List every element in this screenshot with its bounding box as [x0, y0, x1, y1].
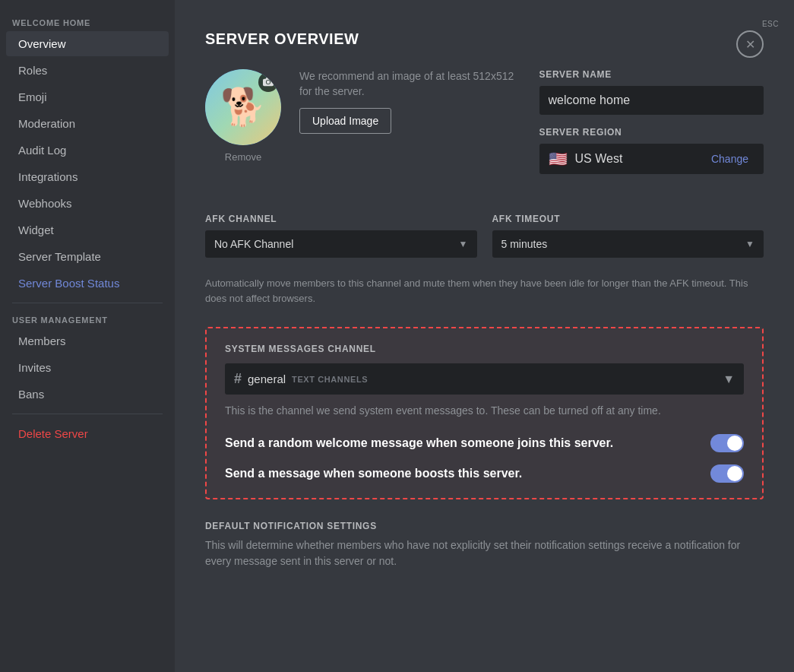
afk-channel-chevron-icon: ▼ [459, 239, 468, 249]
main-content: ✕ ESC SERVER OVERVIEW 🐕 Remove We recomm… [175, 0, 794, 672]
sidebar-item-moderation[interactable]: Moderation [6, 111, 169, 136]
sidebar-item-overview[interactable]: Overview [6, 31, 169, 56]
afk-timeout-value: 5 minutes [501, 238, 548, 250]
icon-description-text: We recommend an image of at least 512x51… [299, 69, 524, 99]
afk-timeout-label: AFK TIMEOUT [492, 214, 764, 224]
camera-icon [263, 77, 274, 87]
region-name: US West [575, 152, 623, 166]
afk-description: Automatically move members to this chann… [205, 276, 764, 306]
server-name-label: SERVER NAME [539, 69, 764, 80]
sidebar-item-server-template[interactable]: Server Template [6, 244, 169, 269]
sidebar-item-delete-server[interactable]: Delete Server [6, 421, 169, 446]
change-region-button[interactable]: Change [705, 150, 754, 168]
sidebar-item-integrations[interactable]: Integrations [6, 164, 169, 189]
remove-image-link[interactable]: Remove [225, 151, 261, 163]
sidebar-section-welcome: WELCOME HOME [0, 12, 175, 30]
afk-timeout-group: AFK TIMEOUT 5 minutes ▼ [492, 214, 764, 258]
upload-overlay-icon[interactable] [258, 72, 278, 92]
sidebar-item-widget[interactable]: Widget [6, 217, 169, 242]
sidebar-item-members[interactable]: Members [6, 328, 169, 353]
hash-icon: # [234, 371, 242, 387]
sidebar-item-bans[interactable]: Bans [6, 382, 169, 407]
system-messages-description: This is the channel we send system event… [225, 404, 744, 419]
server-icon[interactable]: 🐕 [205, 69, 281, 145]
server-region-label: SERVER REGION [539, 127, 764, 138]
sidebar-item-roles[interactable]: Roles [6, 58, 169, 83]
default-notification-description: This will determine whether members who … [205, 537, 764, 569]
server-name-input[interactable] [539, 86, 764, 115]
sidebar-item-webhooks[interactable]: Webhooks [6, 191, 169, 216]
default-notification-label: DEFAULT NOTIFICATION SETTINGS [205, 521, 764, 531]
default-notification-section: DEFAULT NOTIFICATION SETTINGS This will … [205, 521, 764, 569]
sidebar-section-user-mgmt: USER MANAGEMENT [0, 309, 175, 328]
toggle-boost[interactable] [710, 464, 744, 483]
upload-image-button[interactable]: Upload Image [299, 108, 391, 134]
icon-description: We recommend an image of at least 512x51… [299, 69, 524, 134]
afk-section: AFK CHANNEL No AFK Channel ▼ AFK TIMEOUT… [205, 214, 764, 258]
toggle-welcome[interactable] [710, 434, 744, 452]
sidebar-item-audit-log[interactable]: Audit Log [6, 138, 169, 163]
toggle-welcome-label: Send a random welcome message when someo… [225, 436, 710, 450]
toggle-welcome-row: Send a random welcome message when someo… [225, 434, 744, 452]
sidebar-item-emoji[interactable]: Emoji [6, 84, 169, 109]
server-region-select[interactable]: 🇺🇸 US West Change [539, 144, 764, 174]
channel-type-badge: TEXT CHANNELS [292, 375, 368, 384]
sidebar: WELCOME HOME Overview Roles Emoji Modera… [0, 0, 175, 672]
system-channel-select[interactable]: # general TEXT CHANNELS ▼ [225, 363, 744, 395]
channel-select-chevron-icon: ▼ [723, 372, 735, 386]
sidebar-divider [12, 303, 163, 303]
afk-channel-label: AFK CHANNEL [205, 214, 477, 224]
afk-channel-group: AFK CHANNEL No AFK Channel ▼ [205, 214, 477, 258]
toggle-boost-row: Send a message when someone boosts this … [225, 464, 744, 483]
us-flag-icon: 🇺🇸 [549, 150, 568, 168]
sidebar-item-server-boost-status[interactable]: Server Boost Status [6, 271, 169, 296]
afk-channel-value: No AFK Channel [214, 238, 293, 250]
afk-timeout-select[interactable]: 5 minutes ▼ [492, 230, 764, 258]
sidebar-item-invites[interactable]: Invites [6, 355, 169, 380]
page-title: SERVER OVERVIEW [205, 30, 764, 48]
esc-label: ESC [762, 20, 779, 28]
afk-channel-select[interactable]: No AFK Channel ▼ [205, 230, 477, 258]
close-button[interactable]: ✕ [736, 30, 764, 58]
system-messages-section-label: SYSTEM MESSAGES CHANNEL [225, 344, 744, 354]
channel-name: general [248, 372, 286, 385]
afk-timeout-chevron-icon: ▼ [745, 239, 754, 249]
close-button-wrapper: ✕ ESC [762, 15, 779, 28]
region-left: 🇺🇸 US West [549, 150, 623, 168]
sidebar-divider-2 [12, 414, 163, 414]
close-icon: ✕ [745, 37, 755, 52]
toggle-boost-label: Send a message when someone boosts this … [225, 467, 710, 480]
system-messages-box: SYSTEM MESSAGES CHANNEL # general TEXT C… [205, 327, 764, 499]
